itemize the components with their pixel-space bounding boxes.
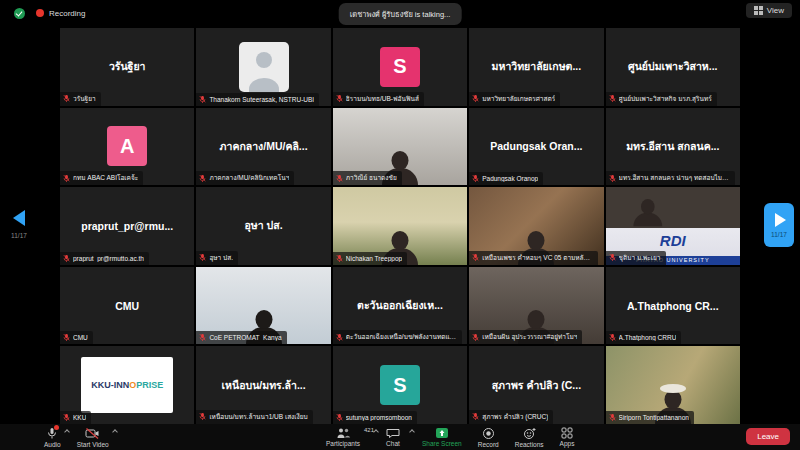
participant-tile[interactable]: CMU CMU — [60, 267, 194, 345]
initial-avatar: A — [107, 126, 147, 166]
zoom-meeting-window: Recording เดชาพงศ์ ผู้รับธงชัย is talkin… — [0, 0, 800, 450]
participant-name: Siriporn Tontipattananon — [619, 414, 689, 421]
arrow-left-icon — [13, 210, 25, 226]
security-shield-icon[interactable] — [14, 8, 25, 19]
name-badge: อุษา ปส. — [196, 251, 238, 265]
participants-icon — [335, 427, 351, 439]
apps-button[interactable]: Apps — [552, 424, 583, 450]
participant-tile[interactable]: A.Thatphong CR... A.Thatphong CRRU — [606, 267, 740, 345]
participant-tile[interactable]: Padungsak Oran... Padungsak Oranop — [469, 108, 603, 186]
name-badge: ชุติมา ม.พะเยา — [606, 251, 666, 265]
participants-button[interactable]: 421 Participants — [318, 424, 378, 450]
mic-muted-icon — [63, 413, 70, 422]
record-button[interactable]: Record — [470, 424, 507, 450]
mic-muted-icon — [609, 174, 616, 183]
participant-name: วรันฐิยา — [73, 94, 96, 104]
participant-grid: วรันฐิยา วรันฐิยา — [60, 28, 740, 424]
next-page-button[interactable]: 11/17 — [764, 203, 794, 247]
participant-name: เหมือนเพชร คำหอมๆ VC 05 ตามหลักๆ อยู่นา — [482, 253, 593, 263]
participant-name: ภาคกลาง/MU/คลินิกเทคโนฯ — [209, 173, 289, 183]
participant-tile[interactable]: ตะวันออกเฉียงเห... ตะวันออกเฉียงเหนือ/มข… — [333, 267, 467, 345]
participant-tile[interactable]: มหาวิทยาลัยเกษต... มหาวิทยาลัยเกษตรศาสตร… — [469, 28, 603, 106]
mic-muted-icon — [472, 94, 479, 103]
logo-image: KKU-INNOPRISE — [81, 357, 173, 413]
participant-tile[interactable]: ภาวิณีย์ ธนาดงชัย — [333, 108, 467, 186]
prev-page-button[interactable]: 11/17 — [4, 210, 34, 239]
name-badge: ธิรามน/มทธ/UB-ฟอันฟินส์ — [333, 92, 424, 106]
talking-toast: เดชาพงศ์ ผู้รับธงชัย is talking... — [339, 3, 462, 25]
reactions-label: Reactions — [515, 441, 544, 448]
name-badge: เหมือนเพชร คำหอมๆ VC 05 ตามหลักๆ อยู่นา — [469, 251, 598, 265]
mic-muted-icon — [609, 333, 616, 342]
mic-muted-icon — [199, 95, 206, 104]
mic-muted-icon — [472, 333, 479, 342]
view-button[interactable]: View — [746, 3, 792, 18]
participant-name: sutunya promsomboon — [346, 414, 412, 421]
participant-tile[interactable]: ภาคกลาง/MU/คลิ... ภาคกลาง/MU/คลินิกเทคโน… — [196, 108, 330, 186]
participant-name: praprut_pr@rmutto.ac.th — [73, 255, 144, 262]
mic-muted-icon — [609, 253, 616, 262]
participant-tile[interactable]: อุษา ปส. อุษา ปส. — [196, 187, 330, 265]
record-label: Record — [478, 441, 499, 448]
mic-muted-icon — [336, 413, 343, 422]
name-badge: ศูนย์บ่มเพาะวิสาหกิจ มรภ.สุรินทร์ — [606, 92, 717, 106]
page-indicator-left: 11/17 — [4, 232, 34, 239]
participant-tile[interactable]: KKU-INNOPRISE KKU — [60, 346, 194, 424]
mic-muted-icon — [336, 333, 343, 342]
participant-tile[interactable]: Siriporn Tontipattananon — [606, 346, 740, 424]
reactions-button[interactable]: Reactions — [507, 424, 552, 450]
participant-tile[interactable]: มทร.อีสาน สกลนค... มทร.อีสาน สกลนคร น่าน… — [606, 108, 740, 186]
chat-button[interactable]: Chat — [378, 424, 414, 450]
audio-alert-dot — [54, 425, 59, 430]
video-menu-caret[interactable] — [112, 429, 118, 435]
name-badge: วรันฐิยา — [60, 92, 101, 106]
participant-tile[interactable]: RDI PHAYAO UNIVERSITY ชุติมา ม.พะเยา — [606, 187, 740, 265]
participant-tile[interactable]: S ธิรามน/มทธ/UB-ฟอันฟินส์ — [333, 28, 467, 106]
participant-tile[interactable]: praprut_pr@rmu... praprut_pr@rmutto.ac.t… — [60, 187, 194, 265]
initial-avatar: S — [380, 365, 420, 405]
name-badge: A.Thatphong CRRU — [606, 331, 682, 344]
participant-name: ตะวันออกเฉียงเหนือ/มข/พลังงานทดแทน — [346, 332, 457, 342]
participant-tile[interactable]: วรันฐิยา วรันฐิยา — [60, 28, 194, 106]
name-badge: มหาวิทยาลัยเกษตรศาสตร์ — [469, 92, 560, 106]
name-badge: ภาวิณีย์ ธนาดงชัย — [333, 171, 402, 185]
participant-tile[interactable]: เหนือบน/มทร.ล้า... เหนือบน/มทร.ล้านนา1/U… — [196, 346, 330, 424]
start-video-button[interactable]: Start Video — [69, 424, 117, 450]
initial-avatar: S — [380, 47, 420, 87]
participant-tile[interactable]: สุภาพร คำปลิว (C... สุภาพร คำปลิว (CRUC) — [469, 346, 603, 424]
participant-tile[interactable]: A กทม ABAC ABIโอเคจ้ะ — [60, 108, 194, 186]
name-badge: กทม ABAC ABIโอเคจ้ะ — [60, 171, 143, 185]
name-badge: มทร.อีสาน สกลนคร น่านๆ ทดสอบไมค์มุมๆ — [606, 171, 735, 185]
participant-tile[interactable]: เหมือนเพชร คำหอมๆ VC 05 ตามหลักๆ อยู่นา — [469, 187, 603, 265]
name-badge: praprut_pr@rmutto.ac.th — [60, 252, 149, 265]
participant-tile[interactable]: CoE PETROMAT_Kanya — [196, 267, 330, 345]
apps-icon — [561, 427, 573, 439]
name-badge: Siriporn Tontipattananon — [606, 411, 694, 424]
chat-icon — [386, 427, 400, 439]
participant-tile[interactable]: ศูนย์บ่มเพาะวิสาห... ศูนย์บ่มเพาะวิสาหกิ… — [606, 28, 740, 106]
participant-name: ชุติมา ม.พะเยา — [619, 253, 661, 263]
name-badge: CoE PETROMAT_Kanya — [196, 331, 286, 344]
participant-tile[interactable]: Nichakan Treeppop — [333, 187, 467, 265]
start-video-label: Start Video — [77, 441, 109, 448]
participant-name: กทม ABAC ABIโอเคจ้ะ — [73, 173, 138, 183]
audio-button[interactable]: Audio — [36, 424, 69, 450]
mic-muted-icon — [472, 253, 479, 262]
participant-tile[interactable]: เหมือนฝัน อุประวรรณา#อยู่ท่าโมฯ — [469, 267, 603, 345]
share-screen-button[interactable]: Share Screen — [414, 424, 470, 450]
participant-name: ธิรามน/มทธ/UB-ฟอันฟินส์ — [346, 94, 419, 104]
participant-tile[interactable]: S sutunya promsomboon — [333, 346, 467, 424]
participant-name: A.Thatphong CRRU — [619, 334, 677, 341]
participant-name: Thanakorn Suteerasak, NSTRU-UBI — [209, 96, 314, 103]
mic-muted-icon — [63, 333, 70, 342]
participant-name: มหาวิทยาลัยเกษตรศาสตร์ — [482, 94, 555, 104]
participant-name: ภาวิณีย์ ธนาดงชัย — [346, 173, 397, 183]
share-screen-label: Share Screen — [422, 440, 462, 447]
participant-tile[interactable]: Thanakorn Suteerasak, NSTRU-UBI — [196, 28, 330, 106]
gallery-view-icon — [754, 6, 763, 15]
leave-button[interactable]: Leave — [746, 428, 790, 445]
recording-indicator: Recording — [14, 8, 85, 19]
audio-label: Audio — [44, 441, 61, 448]
name-badge: สุภาพร คำปลิว (CRUC) — [469, 410, 553, 424]
reactions-icon — [523, 427, 536, 440]
